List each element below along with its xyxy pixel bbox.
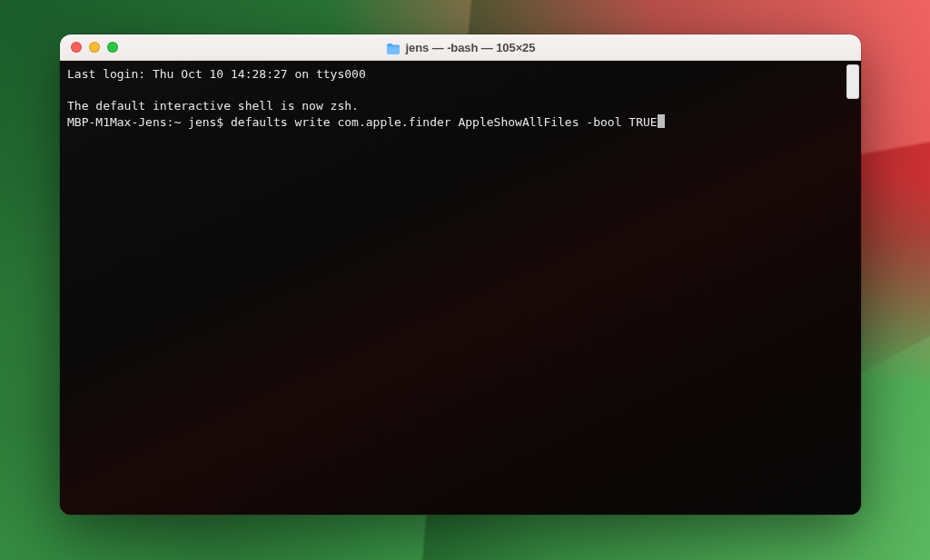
scrollbar-thumb[interactable] [846, 64, 859, 99]
close-button[interactable] [71, 42, 82, 53]
terminal-cursor [658, 114, 665, 128]
terminal-blank-line [67, 83, 856, 99]
terminal-prompt-line: MBP-M1Max-Jens:~ jens$ defaults write co… [67, 114, 856, 131]
terminal-prompt: MBP-M1Max-Jens:~ jens$ [67, 115, 231, 129]
terminal-command: defaults write com.apple.finder AppleSho… [231, 115, 658, 129]
terminal-output-line: The default interactive shell is now zsh… [67, 98, 856, 114]
terminal-body[interactable]: Last login: Thu Oct 10 14:28:27 on ttys0… [60, 61, 861, 515]
zoom-button[interactable] [107, 42, 118, 53]
window-title: jens — -bash — 105×25 [60, 41, 861, 54]
terminal-output-line: Last login: Thu Oct 10 14:28:27 on ttys0… [67, 66, 856, 83]
minimize-button[interactable] [89, 42, 100, 53]
folder-icon [386, 42, 401, 54]
window-titlebar[interactable]: jens — -bash — 105×25 [60, 34, 861, 61]
window-title-text: jens — -bash — 105×25 [406, 41, 536, 54]
terminal-window: jens — -bash — 105×25 Last login: Thu Oc… [60, 34, 861, 515]
traffic-lights [60, 42, 118, 53]
